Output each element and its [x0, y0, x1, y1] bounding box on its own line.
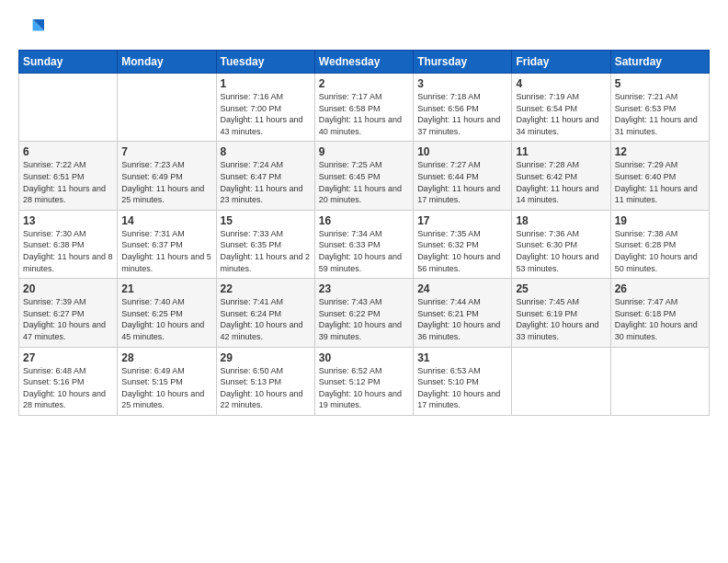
week-row-4: 20Sunrise: 7:39 AM Sunset: 6:27 PM Dayli…: [19, 279, 710, 347]
day-number: 12: [615, 145, 705, 158]
day-number: 22: [221, 282, 311, 295]
day-cell: 30Sunrise: 6:52 AM Sunset: 5:12 PM Dayli…: [314, 347, 413, 415]
day-info: Sunrise: 6:52 AM Sunset: 5:12 PM Dayligh…: [319, 365, 409, 411]
day-cell: 5Sunrise: 7:21 AM Sunset: 6:53 PM Daylig…: [610, 74, 709, 142]
day-number: 31: [417, 351, 507, 364]
day-cell: 29Sunrise: 6:50 AM Sunset: 5:13 PM Dayli…: [216, 347, 314, 415]
day-info: Sunrise: 7:23 AM Sunset: 6:49 PM Dayligh…: [121, 159, 211, 205]
day-number: 5: [615, 77, 705, 90]
weekday-header-friday: Friday: [512, 51, 610, 74]
day-cell: [610, 347, 709, 415]
day-cell: 26Sunrise: 7:47 AM Sunset: 6:18 PM Dayli…: [610, 279, 709, 347]
day-info: Sunrise: 7:25 AM Sunset: 6:45 PM Dayligh…: [319, 159, 409, 205]
day-number: 6: [23, 145, 113, 158]
day-cell: 13Sunrise: 7:30 AM Sunset: 6:38 PM Dayli…: [19, 210, 118, 278]
day-cell: 6Sunrise: 7:22 AM Sunset: 6:51 PM Daylig…: [19, 142, 118, 210]
day-number: 14: [121, 214, 211, 227]
day-number: 9: [319, 145, 409, 158]
day-info: Sunrise: 7:45 AM Sunset: 6:19 PM Dayligh…: [516, 296, 606, 342]
day-number: 21: [121, 282, 211, 295]
day-info: Sunrise: 7:44 AM Sunset: 6:21 PM Dayligh…: [417, 296, 507, 342]
day-cell: 28Sunrise: 6:49 AM Sunset: 5:15 PM Dayli…: [118, 347, 216, 415]
day-info: Sunrise: 7:34 AM Sunset: 6:33 PM Dayligh…: [319, 228, 409, 274]
weekday-header-thursday: Thursday: [414, 51, 512, 74]
week-row-2: 6Sunrise: 7:22 AM Sunset: 6:51 PM Daylig…: [19, 142, 710, 210]
day-cell: 27Sunrise: 6:48 AM Sunset: 5:16 PM Dayli…: [19, 347, 118, 415]
day-cell: 7Sunrise: 7:23 AM Sunset: 6:49 PM Daylig…: [118, 142, 216, 210]
weekday-header-saturday: Saturday: [610, 51, 709, 74]
day-number: 3: [417, 77, 507, 90]
day-cell: 21Sunrise: 7:40 AM Sunset: 6:25 PM Dayli…: [118, 279, 216, 347]
day-number: 19: [615, 214, 705, 227]
day-info: Sunrise: 7:38 AM Sunset: 6:28 PM Dayligh…: [615, 228, 705, 274]
day-cell: 10Sunrise: 7:27 AM Sunset: 6:44 PM Dayli…: [414, 142, 512, 210]
day-info: Sunrise: 7:28 AM Sunset: 6:42 PM Dayligh…: [516, 159, 606, 205]
day-info: Sunrise: 7:43 AM Sunset: 6:22 PM Dayligh…: [319, 296, 409, 342]
day-info: Sunrise: 7:30 AM Sunset: 6:38 PM Dayligh…: [23, 228, 113, 274]
day-info: Sunrise: 7:36 AM Sunset: 6:30 PM Dayligh…: [516, 228, 606, 274]
day-info: Sunrise: 7:18 AM Sunset: 6:56 PM Dayligh…: [417, 91, 507, 137]
day-number: 28: [121, 351, 211, 364]
day-cell: 2Sunrise: 7:17 AM Sunset: 6:58 PM Daylig…: [314, 74, 413, 142]
day-cell: 3Sunrise: 7:18 AM Sunset: 6:56 PM Daylig…: [414, 74, 512, 142]
day-info: Sunrise: 7:19 AM Sunset: 6:54 PM Dayligh…: [516, 91, 606, 137]
day-info: Sunrise: 7:40 AM Sunset: 6:25 PM Dayligh…: [121, 296, 211, 342]
day-info: Sunrise: 7:41 AM Sunset: 6:24 PM Dayligh…: [221, 296, 311, 342]
weekday-header-tuesday: Tuesday: [216, 51, 314, 74]
calendar-table: SundayMondayTuesdayWednesdayThursdayFrid…: [18, 50, 710, 416]
day-number: 11: [516, 145, 606, 158]
day-cell: 24Sunrise: 7:44 AM Sunset: 6:21 PM Dayli…: [414, 279, 512, 347]
weekday-header-sunday: Sunday: [19, 51, 118, 74]
day-cell: 20Sunrise: 7:39 AM Sunset: 6:27 PM Dayli…: [19, 279, 118, 347]
day-cell: 23Sunrise: 7:43 AM Sunset: 6:22 PM Dayli…: [314, 279, 413, 347]
day-info: Sunrise: 7:39 AM Sunset: 6:27 PM Dayligh…: [23, 296, 113, 342]
day-cell: [118, 74, 216, 142]
day-cell: 1Sunrise: 7:16 AM Sunset: 7:00 PM Daylig…: [216, 74, 314, 142]
day-number: 17: [417, 214, 507, 227]
logo-icon: [18, 17, 44, 42]
day-number: 2: [319, 77, 409, 90]
day-cell: 18Sunrise: 7:36 AM Sunset: 6:30 PM Dayli…: [512, 210, 610, 278]
day-cell: 25Sunrise: 7:45 AM Sunset: 6:19 PM Dayli…: [512, 279, 610, 347]
day-cell: 16Sunrise: 7:34 AM Sunset: 6:33 PM Dayli…: [314, 210, 413, 278]
day-number: 27: [23, 351, 113, 364]
day-number: 1: [221, 77, 311, 90]
day-info: Sunrise: 7:33 AM Sunset: 6:35 PM Dayligh…: [221, 228, 311, 274]
day-number: 23: [319, 282, 409, 295]
weekday-header-wednesday: Wednesday: [314, 51, 413, 74]
day-cell: 9Sunrise: 7:25 AM Sunset: 6:45 PM Daylig…: [314, 142, 413, 210]
week-row-5: 27Sunrise: 6:48 AM Sunset: 5:16 PM Dayli…: [19, 347, 710, 415]
day-cell: 14Sunrise: 7:31 AM Sunset: 6:37 PM Dayli…: [118, 210, 216, 278]
day-number: 13: [23, 214, 113, 227]
day-info: Sunrise: 6:48 AM Sunset: 5:16 PM Dayligh…: [23, 365, 113, 411]
day-info: Sunrise: 6:49 AM Sunset: 5:15 PM Dayligh…: [121, 365, 211, 411]
day-cell: 4Sunrise: 7:19 AM Sunset: 6:54 PM Daylig…: [512, 74, 610, 142]
day-cell: 11Sunrise: 7:28 AM Sunset: 6:42 PM Dayli…: [512, 142, 610, 210]
day-number: 30: [319, 351, 409, 364]
day-number: 15: [221, 214, 311, 227]
day-number: 26: [615, 282, 705, 295]
weekday-header-monday: Monday: [118, 51, 216, 74]
logo: [18, 17, 48, 42]
day-info: Sunrise: 7:16 AM Sunset: 7:00 PM Dayligh…: [221, 91, 311, 137]
day-cell: 15Sunrise: 7:33 AM Sunset: 6:35 PM Dayli…: [216, 210, 314, 278]
day-number: 7: [121, 145, 211, 158]
day-info: Sunrise: 7:29 AM Sunset: 6:40 PM Dayligh…: [615, 159, 705, 205]
day-info: Sunrise: 7:21 AM Sunset: 6:53 PM Dayligh…: [615, 91, 705, 137]
day-cell: 22Sunrise: 7:41 AM Sunset: 6:24 PM Dayli…: [216, 279, 314, 347]
day-info: Sunrise: 7:17 AM Sunset: 6:58 PM Dayligh…: [319, 91, 409, 137]
week-row-1: 1Sunrise: 7:16 AM Sunset: 7:00 PM Daylig…: [19, 74, 710, 142]
day-info: Sunrise: 7:35 AM Sunset: 6:32 PM Dayligh…: [417, 228, 507, 274]
day-info: Sunrise: 7:31 AM Sunset: 6:37 PM Dayligh…: [121, 228, 211, 274]
day-number: 10: [417, 145, 507, 158]
week-row-3: 13Sunrise: 7:30 AM Sunset: 6:38 PM Dayli…: [19, 210, 710, 278]
day-info: Sunrise: 6:53 AM Sunset: 5:10 PM Dayligh…: [417, 365, 507, 411]
day-number: 20: [23, 282, 113, 295]
header: [18, 17, 710, 42]
weekday-header-row: SundayMondayTuesdayWednesdayThursdayFrid…: [19, 51, 710, 74]
day-number: 16: [319, 214, 409, 227]
day-number: 29: [221, 351, 311, 364]
day-info: Sunrise: 7:27 AM Sunset: 6:44 PM Dayligh…: [417, 159, 507, 205]
day-cell: 8Sunrise: 7:24 AM Sunset: 6:47 PM Daylig…: [216, 142, 314, 210]
day-cell: 17Sunrise: 7:35 AM Sunset: 6:32 PM Dayli…: [414, 210, 512, 278]
